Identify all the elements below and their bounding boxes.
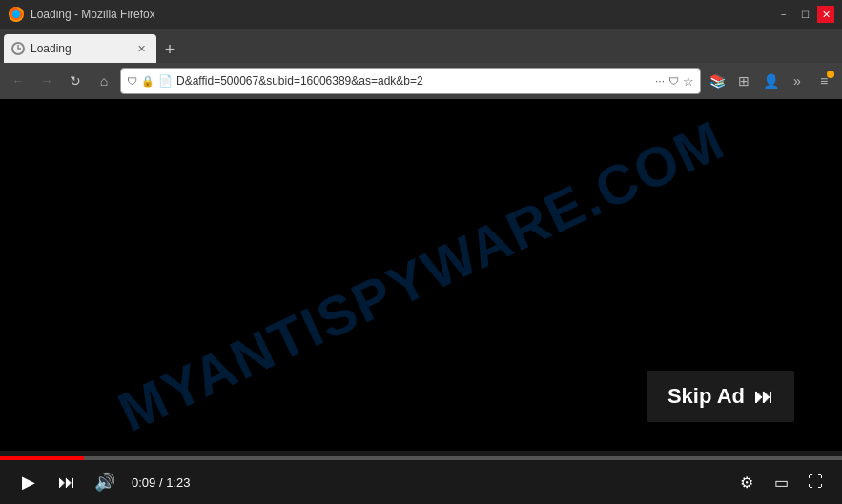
next-button[interactable]: ⏭	[51, 467, 82, 497]
urlbar-lock-icon: 🔒	[141, 75, 154, 88]
reload-button[interactable]: ↻	[63, 69, 88, 93]
library-button[interactable]: 📚	[705, 69, 729, 93]
urlbar-tracking-icon: 🛡	[668, 75, 679, 87]
synced-tabs-button[interactable]: ⊞	[731, 69, 756, 93]
minimize-button[interactable]: −	[775, 6, 792, 23]
navbar-right: 📚 ⊞ 👤 » ≡	[705, 69, 836, 93]
volume-button[interactable]: 🔊	[90, 467, 120, 497]
sync-button[interactable]: 👤	[758, 69, 783, 93]
controls-row: ▶ ⏭ 🔊 0:09 / 1:23 ⚙ ▭ ⛶	[0, 460, 842, 504]
tabbar: Loading ✕ +	[0, 29, 842, 63]
urlbar-shield-icon: 🛡	[127, 75, 137, 87]
home-button[interactable]: ⌂	[92, 69, 116, 93]
close-button[interactable]: ✕	[817, 6, 834, 23]
video-controls: ▶ ⏭ 🔊 0:09 / 1:23 ⚙ ▭ ⛶	[0, 451, 842, 504]
active-tab[interactable]: Loading ✕	[4, 34, 156, 63]
tab-close-button[interactable]: ✕	[133, 41, 149, 56]
urlbar-read-icon: 📄	[158, 74, 173, 88]
titlebar: Loading - Mozilla Firefox − ☐ ✕	[0, 0, 842, 29]
new-tab-button[interactable]: +	[156, 36, 183, 63]
skip-ad-label: Skip Ad	[667, 384, 745, 409]
more-tools-button[interactable]: »	[785, 69, 810, 93]
progress-fill	[0, 456, 84, 460]
time-current: 0:09	[132, 475, 155, 490]
skip-ad-icon: ⏭	[754, 386, 773, 408]
time-total: 1:23	[166, 475, 190, 490]
urlbar[interactable]: 🛡 🔒 📄 D&affid=500067&subid=16006389&as=a…	[120, 68, 701, 94]
tab-label: Loading	[31, 42, 128, 55]
svg-point-1	[12, 10, 20, 18]
settings-button[interactable]: ⚙	[733, 469, 760, 495]
forward-button[interactable]: →	[34, 69, 59, 93]
firefox-icon	[8, 6, 25, 23]
play-button[interactable]: ▶	[13, 467, 44, 497]
tab-favicon	[11, 42, 25, 55]
urlbar-text: D&affid=500067&subid=16006389&as=adk&b=2	[176, 74, 651, 88]
theater-button[interactable]: ▭	[768, 469, 794, 495]
titlebar-title: Loading - Mozilla Firefox	[31, 8, 155, 21]
titlebar-left: Loading - Mozilla Firefox	[8, 6, 155, 23]
watermark: MYANTISPYWARE.COM	[109, 107, 734, 443]
time-display: 0:09 / 1:23	[132, 475, 191, 490]
back-button[interactable]: ←	[6, 69, 31, 93]
maximize-button[interactable]: ☐	[796, 6, 813, 23]
bookmark-star-button[interactable]: ☆	[683, 74, 694, 89]
menu-button[interactable]: ≡	[811, 69, 836, 93]
skip-ad-button[interactable]: Skip Ad ⏭	[647, 371, 794, 422]
progress-bar[interactable]	[0, 456, 842, 460]
time-separator: /	[159, 475, 163, 490]
navbar: ← → ↻ ⌂ 🛡 🔒 📄 D&affid=500067&subid=16006…	[0, 63, 842, 99]
menu-warning-badge	[827, 71, 834, 78]
urlbar-overflow-button[interactable]: ···	[655, 74, 665, 88]
fullscreen-button[interactable]: ⛶	[802, 469, 829, 495]
video-player[interactable]: MYANTISPYWARE.COM Skip Ad ⏭	[0, 99, 842, 451]
titlebar-controls: − ☐ ✕	[775, 6, 834, 23]
